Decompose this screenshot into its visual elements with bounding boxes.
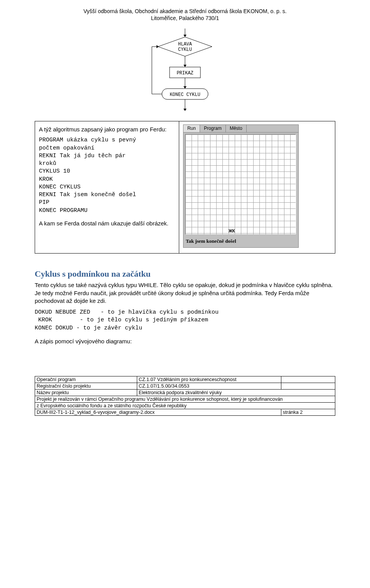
footer-note1: Projekt je realizován v rámci Operačního… (35, 396, 335, 403)
footer-note2: z Evropského sociálního fondu a ze státn… (35, 403, 335, 409)
svg-marker-14 (183, 109, 187, 111)
menubar: Run Program Město (183, 125, 298, 133)
intro-para: A týž algoritmus zapsaný jako program pr… (39, 126, 175, 133)
closing-para: A zápis pomocí vývojového diagramu: (35, 338, 335, 345)
footer-cell-l0: Operační program (35, 376, 137, 383)
header-line-1: Vyšší odborná škola, Obchodní akademie a… (35, 8, 335, 15)
footer-cell-blank0 (281, 376, 335, 383)
menu-program[interactable]: Program (200, 125, 226, 132)
code-block-1: PROGRAM ukázka cyklu s pevný počtem opak… (39, 136, 175, 215)
section-body: Tento cyklus se také nazývá cyklus typu … (35, 281, 335, 305)
svg-marker-18 (156, 45, 159, 48)
doc-header: Vyšší odborná škola, Obchodní akademie a… (35, 8, 335, 22)
footer-cell-r2: Elektronická podpora zkvalitnění výuky (137, 390, 335, 396)
footer-cell-l2: Název projektu (35, 390, 137, 396)
section-title: Cyklus s podmínkou na začátku (35, 269, 335, 279)
footer-cell-l1: Registrační číslo projektu (35, 383, 137, 390)
ferda-app-window: Run Program Město ЖК Tak jsem konečně do… (183, 124, 299, 248)
header-line-2: Litoměřice, Palackého 730/1 (35, 15, 335, 22)
footer-cell-r1: CZ.1.07/1.5.00/34.0553 (137, 383, 281, 390)
code-and-output-block: A týž algoritmus zapsaný jako program pr… (35, 121, 335, 254)
robot-icon: ЖК (229, 229, 234, 233)
svg-marker-1 (183, 35, 187, 37)
flowchart-svg: HLAVA CYKLU PRIKAZ KONEC CYKLU (146, 29, 224, 113)
footer-cell-r0: CZ.1.07 Vzděláním pro konkurenceschopnos… (137, 376, 281, 383)
svg-marker-10 (183, 86, 187, 89)
flowchart: HLAVA CYKLU PRIKAZ KONEC CYKLU (143, 29, 227, 113)
svg-text:CYKLU: CYKLU (178, 47, 192, 52)
grid-canvas: ЖК (185, 134, 296, 234)
footer-table: Operační program CZ.1.07 Vzděláním pro k… (35, 376, 335, 416)
svg-text:HLAVA: HLAVA (178, 42, 192, 47)
svg-text:KONEC CYKLU: KONEC CYKLU (170, 92, 200, 97)
status-bar: Tak jsem konečně došel (183, 236, 298, 247)
svg-marker-6 (183, 65, 187, 67)
footer-pagenum: stránka 2 (281, 409, 335, 416)
grid-area: ЖК (183, 133, 298, 236)
footer-cell-blank1 (281, 383, 335, 390)
outro-para: A kam se Ferda dostal nám ukazuje další … (39, 220, 175, 227)
menu-mesto[interactable]: Město (226, 125, 247, 132)
svg-text:PRIKAZ: PRIKAZ (177, 71, 193, 76)
code-block-2: DOKUD NEBUDE ZED - to je hlavička cyklu … (35, 309, 335, 332)
footer-filename: DUM-III2-T1-1-12_vyklad_6-vyvojove_diagr… (35, 409, 281, 416)
menu-run[interactable]: Run (183, 125, 200, 132)
